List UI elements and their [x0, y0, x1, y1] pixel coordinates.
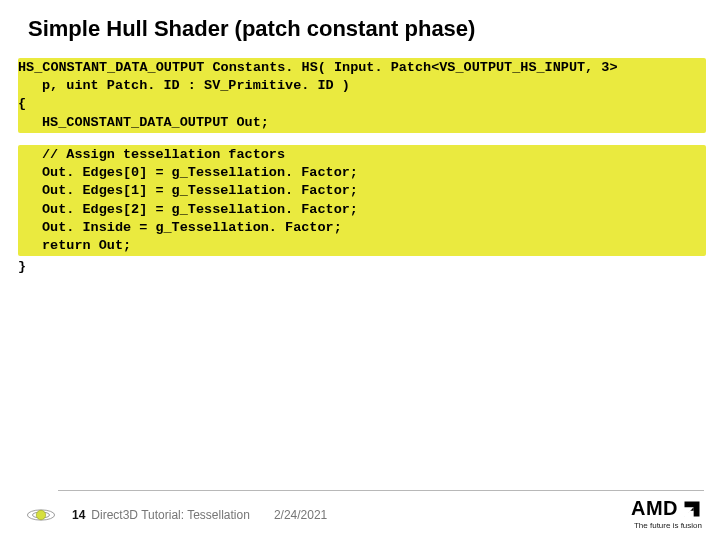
fusion-icon [24, 501, 58, 529]
footer-divider [58, 490, 704, 491]
code-line: HS_CONSTANT_DATA_OUTPUT Constants. HS( I… [18, 59, 706, 77]
code-block-1: HS_CONSTANT_DATA_OUTPUT Constants. HS( I… [18, 58, 706, 133]
footer: 14 Direct3D Tutorial: Tessellation 2/24/… [0, 490, 720, 540]
code-line: Out. Inside = g_Tessellation. Factor; [18, 219, 706, 237]
code-block-2: // Assign tessellation factors Out. Edge… [18, 145, 706, 256]
code-line: Out. Edges[2] = g_Tessellation. Factor; [18, 201, 706, 219]
code-line: HS_CONSTANT_DATA_OUTPUT Out; [18, 114, 706, 132]
code-comment: // Assign tessellation factors [18, 146, 706, 164]
code-line: } [18, 258, 720, 276]
amd-logo: AMD The future is fusion [631, 497, 702, 530]
amd-arrow-icon [682, 499, 702, 519]
amd-tagline: The future is fusion [634, 521, 702, 530]
slide-title: Simple Hull Shader (patch constant phase… [0, 0, 720, 56]
code-line: Out. Edges[1] = g_Tessellation. Factor; [18, 182, 706, 200]
code-line: Out. Edges[0] = g_Tessellation. Factor; [18, 164, 706, 182]
svg-point-2 [36, 510, 45, 519]
page-number: 14 [72, 508, 85, 522]
footer-date: 2/24/2021 [274, 508, 327, 522]
code-line: return Out; [18, 237, 706, 255]
code-area: HS_CONSTANT_DATA_OUTPUT Constants. HS( I… [0, 58, 720, 276]
footer-title: Direct3D Tutorial: Tessellation [91, 508, 250, 522]
code-line: p, uint Patch. ID : SV_Primitive. ID ) [18, 77, 706, 95]
amd-logo-text: AMD [631, 497, 678, 520]
code-line: { [18, 95, 706, 113]
